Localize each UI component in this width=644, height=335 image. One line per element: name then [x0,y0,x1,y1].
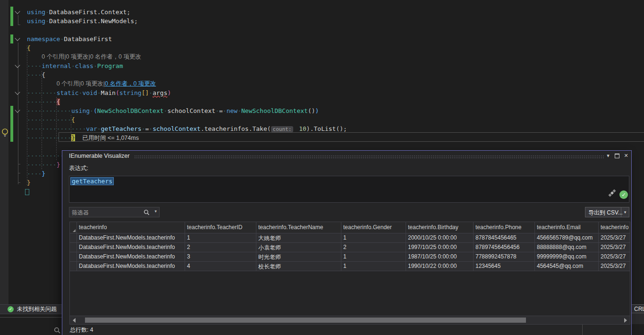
grid-cell[interactable]: 99999999@qq.com [535,252,599,262]
grid-header-cell[interactable]: teacherinfo.Phone [474,222,535,233]
grid-cell[interactable]: 2025/3/27 [599,233,630,243]
grid-cell[interactable]: 4 [185,262,256,271]
grid-cell[interactable]: 2025/3/27 [599,262,630,271]
grid-header-cell[interactable]: teacherinfo.Gender [341,222,406,233]
line-ending-indicator[interactable]: CRL [631,304,644,313]
inline-parameter-hint: count: [271,126,294,132]
code-line: ············using·(NewSchoolDBContext·sc… [27,106,319,115]
zoom-search-icon[interactable] [54,327,61,334]
evaluate-diamonds-icon[interactable] [608,189,617,198]
search-icon[interactable] [144,209,150,215]
grid-cell[interactable]: 大姚老师 [256,233,341,243]
code-line: using·DatabaseFirst.Context; [27,8,130,17]
grid-cell[interactable]: 12345645 [474,262,535,271]
lightbulb-icon[interactable] [1,128,9,137]
grid-cell[interactable]: 7788992457878 [474,252,535,262]
code-token: ToList [314,125,336,132]
grid-cell[interactable]: 1 [185,233,256,243]
export-dropdown-icon[interactable]: ▾ [621,207,629,217]
scrollbar-thumb[interactable] [85,318,526,323]
collapse-chevron-icon[interactable] [15,62,20,68]
chevron-down-icon[interactable]: ▾ [604,152,612,159]
grid-header-row[interactable]: teacherinfoteacherinfo.TeacherIDteacheri… [70,222,630,233]
grid-cell[interactable]: 小袁老师 [256,243,341,252]
grid-cell[interactable]: 1 [341,252,406,262]
grid-cell[interactable]: 3 [185,252,256,262]
grid-cell[interactable]: 1 [341,262,406,271]
outline-tick [18,164,20,164]
code-token: string [119,89,142,96]
grid-cell[interactable]: 1997/10/25 0:00:00 [406,243,474,252]
maximize-icon[interactable] [613,152,621,159]
grid-row[interactable]: DatabaseFirst.NewModels.teacherinfo4校长老师… [70,262,630,271]
grid-cell[interactable]: 8787845456465 [474,233,535,243]
grid-cell[interactable]: DatabaseFirst.NewModels.teacherinfo [77,233,185,243]
grid-cell[interactable]: 88888888@qq.com [535,243,599,252]
filter-dropdown-icon[interactable]: ▾ [154,209,157,214]
code-token: new [227,107,237,114]
grid-cell[interactable]: 4564545@qq.com [535,262,599,271]
code-token: NewSchoolDBContext [241,107,308,114]
grid-cell[interactable]: DatabaseFirst.NewModels.teacherinfo [77,252,185,262]
grid-cell[interactable]: 1 [341,233,406,243]
row-selector-cell[interactable] [70,233,77,243]
grid-cell[interactable]: DatabaseFirst.NewModels.teacherinfo [77,262,185,271]
grid-cell[interactable]: 1990/10/22 0:00:00 [406,262,474,271]
code-token: 0 个引用|0 项更改|0 名作者，0 项更改 [42,53,141,60]
close-icon[interactable]: ✕ [622,152,630,159]
code-token: · [149,125,153,132]
grid-header-cell[interactable]: teacherinfo [77,222,185,233]
grid-cell[interactable]: 2 [185,243,256,252]
grid-cell[interactable]: 2 [341,243,406,252]
grid-cell[interactable]: DatabaseFirst.NewModels.teacherinfo [77,243,185,252]
code-token: getTeachers [101,125,142,132]
grid-row[interactable]: DatabaseFirst.NewModels.teacherinfo1大姚老师… [70,233,630,243]
code-token: ( [116,89,119,96]
change-bar [10,7,13,26]
collapse-chevron-icon[interactable] [15,9,20,14]
data-grid[interactable]: teacherinfoteacherinfo.TeacherIDteacheri… [69,222,630,325]
grid-header-cell[interactable]: teacherinfo.Email [535,222,599,233]
code-token [25,189,29,195]
code-token: 已用时间 <= 1,074ms [82,135,139,141]
code-token: () [336,125,343,132]
codelens-authors-link[interactable]: 0 名作者，0 项更改 [105,80,156,87]
filter-input[interactable]: 筛选器 ▾ [69,207,160,217]
expression-input[interactable]: getTeachers [69,176,629,203]
collapse-chevron-icon[interactable] [15,89,20,94]
grid-cell[interactable]: 87897456456456 [474,243,535,252]
horizontal-scrollbar[interactable] [70,316,630,324]
grid-header-cell[interactable]: teacherinfo.TeacherID [185,222,256,233]
collapse-chevron-icon[interactable] [15,107,20,112]
health-bar[interactable]: ✓ 未找到相关问题 [0,304,62,314]
grid-cell[interactable]: 校长老师 [256,262,341,271]
grid-cell[interactable]: 2025/3/27 [599,243,630,252]
grid-row[interactable]: DatabaseFirst.NewModels.teacherinfo3时光老师… [70,252,630,262]
code-line: 0 个引用|0 项更改|0 名作者，0 项更改 [27,52,141,61]
expression-label: 表达式: [69,164,88,172]
grid-row[interactable]: DatabaseFirst.NewModels.teacherinfo2小袁老师… [70,243,630,252]
grid-header-cell[interactable]: teacherinfo [599,222,630,233]
row-selector-cell[interactable] [70,262,77,271]
breakpoint-margin[interactable] [0,0,8,304]
row-selector-cell[interactable] [70,252,77,262]
grid-cell[interactable]: 4566565789@qq.com [535,233,599,243]
select-all-icon[interactable] [73,229,76,232]
code-token: { [57,98,60,105]
code-token: Take [252,125,267,132]
grid-cell[interactable]: 2000/10/25 0:00:00 [406,233,474,243]
collapse-chevron-icon[interactable] [15,35,20,41]
code-token: void [82,89,97,96]
scroll-left-arrow-icon[interactable] [73,318,76,323]
grid-header-cell[interactable]: teacherinfo.TeacherName [256,222,341,233]
grid-cell[interactable]: 1987/10/25 0:00:00 [406,252,474,262]
row-selector-cell[interactable] [70,222,77,233]
export-csv-button[interactable]: 导出到 CSV... ▾ [585,207,629,217]
grid-cell[interactable]: 2025/3/27 [599,252,630,262]
grid-cell[interactable]: 时光老师 [256,252,341,262]
code-token: DatabaseFirst.NewModels [49,17,134,25]
row-selector-cell[interactable] [70,243,77,252]
expression-value[interactable]: getTeachers [71,178,113,185]
grid-header-cell[interactable]: teacherinfo.Birthday [406,222,474,233]
scroll-right-arrow-icon[interactable] [624,318,627,323]
